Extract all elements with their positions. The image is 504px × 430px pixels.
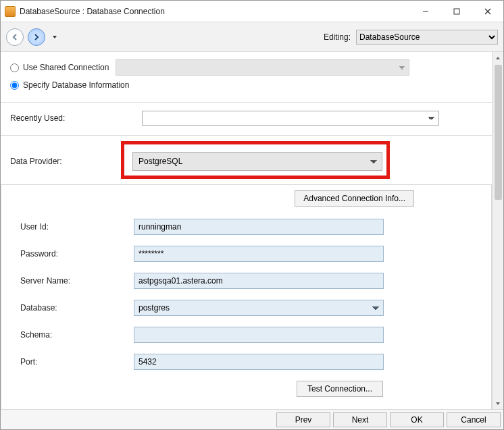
scroll-thumb[interactable] (495, 65, 502, 200)
editing-label: Editing: (324, 32, 351, 42)
data-provider-label: Data Provider: (10, 157, 132, 166)
schema-label: Schema: (20, 330, 134, 340)
editing-select[interactable]: DatabaseSource (356, 30, 498, 45)
server-name-label: Server Name: (20, 276, 134, 286)
maximize-button[interactable] (441, 1, 472, 22)
use-shared-label: Use Shared Connection (23, 63, 109, 72)
app-icon (5, 6, 16, 17)
prev-button[interactable]: Prev (276, 412, 330, 427)
scroll-up-icon[interactable] (493, 52, 503, 63)
toolbar: Editing: DatabaseSource (1, 22, 503, 52)
password-input[interactable] (134, 246, 384, 262)
close-button[interactable] (472, 1, 503, 22)
schema-input[interactable] (134, 327, 384, 343)
port-label: Port: (20, 357, 134, 367)
vertical-scrollbar[interactable] (492, 52, 503, 409)
specify-db-label: Specify Database Information (23, 80, 129, 90)
titlebar: DatabaseSource : Database Connection (1, 1, 503, 22)
server-name-input[interactable] (134, 273, 384, 289)
use-shared-radio[interactable] (10, 63, 19, 72)
window-title: DatabaseSource : Database Connection (20, 7, 165, 16)
svg-rect-1 (454, 9, 459, 14)
shared-connection-select (116, 59, 409, 76)
minimize-button[interactable] (410, 1, 441, 22)
port-input[interactable] (134, 354, 384, 370)
database-select[interactable]: postgres (134, 300, 384, 316)
database-label: Database: (20, 303, 134, 313)
data-provider-select[interactable]: PostgreSQL (132, 152, 382, 171)
user-id-input[interactable] (134, 219, 384, 235)
connection-mode-section: Use Shared Connection Specify Database I… (1, 52, 492, 103)
data-provider-row: Data Provider: PostgreSQL (1, 136, 492, 185)
cancel-button[interactable]: Cancel (447, 412, 501, 427)
footer: Prev Next OK Cancel (1, 409, 503, 429)
recently-used-row: Recently Used: (1, 103, 492, 136)
next-button[interactable]: Next (333, 412, 387, 427)
user-id-label: User Id: (20, 222, 134, 232)
test-connection-button[interactable]: Test Connection... (297, 381, 383, 397)
forward-button[interactable] (28, 28, 45, 46)
recently-used-select[interactable] (142, 111, 439, 126)
connection-form: Advanced Connection Info... User Id: Pas… (1, 185, 492, 409)
nav-history-dropdown-icon[interactable] (52, 32, 57, 42)
advanced-connection-button[interactable]: Advanced Connection Info... (295, 190, 414, 207)
recently-used-label: Recently Used: (10, 113, 142, 123)
content-area: Use Shared Connection Specify Database I… (1, 52, 492, 409)
password-label: Password: (20, 249, 134, 259)
ok-button[interactable]: OK (390, 412, 444, 427)
specify-db-radio[interactable] (10, 81, 19, 90)
back-button[interactable] (6, 28, 24, 46)
scroll-down-icon[interactable] (493, 398, 503, 409)
